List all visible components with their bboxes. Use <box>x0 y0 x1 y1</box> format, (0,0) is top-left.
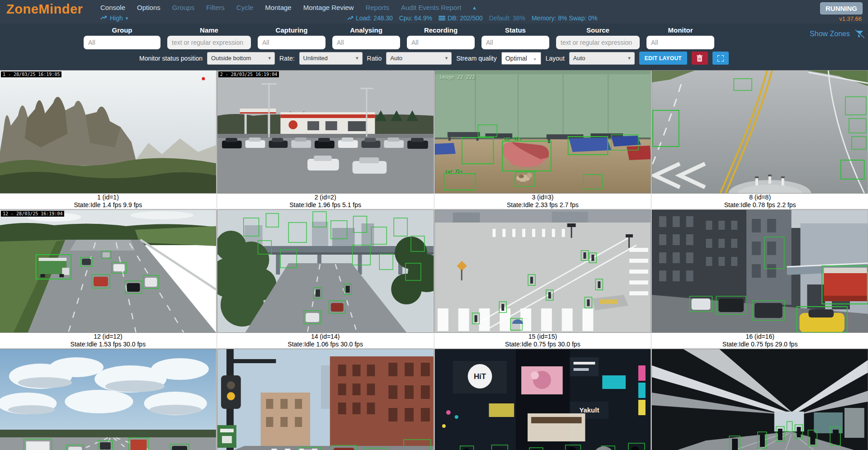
filter-group-label: Group <box>112 26 132 34</box>
filter-recording: Recording <box>407 26 475 49</box>
show-zones-link[interactable]: Show Zones <box>810 30 850 38</box>
filter-recording-input[interactable] <box>407 36 475 49</box>
fullscreen-button[interactable] <box>712 52 729 65</box>
layout-select[interactable]: Auto ▾ <box>569 52 635 65</box>
scene-parking-lot <box>217 71 434 193</box>
filter-columns: Group Name Capturing Analysing Recording… <box>84 26 714 49</box>
monitor-feed-row3-3[interactable]: HiT Yakult <box>435 349 651 450</box>
monitor-state: State:Idle 1.96 fps 5.1 fps <box>217 201 434 208</box>
nav-console[interactable]: Console <box>100 4 125 11</box>
ratio-label: Ratio <box>367 55 382 62</box>
monitor-label-1[interactable]: 1 (id=1) State:Idle 1.4 fps 9.9 fps <box>0 193 216 208</box>
db-status[interactable]: DB: 202/500 <box>439 14 483 22</box>
caret-down-icon: ⌄ <box>533 55 537 61</box>
monitor-label-14[interactable]: 14 (id=14) State:Idle 1.06 fps 30.0 fps <box>217 332 434 348</box>
bandwidth-selector[interactable]: High ▾ <box>100 14 128 22</box>
monitor-cell-15: 15 (id=15) State:Idle 0.75 fps 30.0 fps <box>435 210 651 348</box>
trend-up-icon <box>347 15 354 21</box>
main-menu: Console Options Groups Filters Cycle Mon… <box>100 4 476 11</box>
monitor-feed-row3-4[interactable] <box>652 349 868 450</box>
nav-audit-events-report[interactable]: Audit Events Report <box>401 4 461 11</box>
monitor-feed-8[interactable] <box>652 71 868 193</box>
timestamp-overlay: 2 - 28/03/25 16:19:04 <box>218 71 279 77</box>
filter-capturing: Capturing <box>258 26 326 49</box>
nav-cycle[interactable]: Cycle <box>236 4 254 11</box>
monitor-cell-2: 2 - 28/03/25 16:19:04 2 (id=2) State:Idl… <box>217 71 434 208</box>
monitor-state: State:Idle 0.75 fps 29.0 fps <box>652 341 868 348</box>
db-text: DB: 202/500 <box>448 14 483 22</box>
filter-name-input[interactable] <box>167 36 251 49</box>
filter-monitor-input[interactable] <box>646 36 714 49</box>
filter-analysing-input[interactable] <box>332 36 400 49</box>
nav-filters[interactable]: Filters <box>206 4 225 11</box>
filter-source-input[interactable] <box>556 36 640 49</box>
load-text: Load: 248.30 <box>356 14 393 22</box>
monitor-name: 2 (id=2) <box>217 194 434 201</box>
rate-value: Unlimited <box>303 55 328 62</box>
caret-down-icon: ▾ <box>445 55 448 61</box>
monitor-label-15[interactable]: 15 (id=15) State:Idle 0.75 fps 30.0 fps <box>435 332 651 348</box>
filter-recording-label: Recording <box>424 26 458 34</box>
filter-monitor: Monitor <box>646 26 714 49</box>
caret-down-icon: ▾ <box>628 55 631 61</box>
monitor-feed-row3-2[interactable] <box>217 349 434 450</box>
daemon-state-button[interactable]: RUNNING <box>820 2 863 14</box>
nav-options[interactable]: Options <box>137 4 160 11</box>
monitor-state: State:Idle 1.53 fps 30.0 fps <box>0 341 216 348</box>
montage-grid: 1 - 28/03/25 16:19:05 1 (id=1) State:Idl… <box>0 71 868 450</box>
nav-montage[interactable]: Montage <box>265 4 291 11</box>
nav-groups[interactable]: Groups <box>172 4 194 11</box>
ratio-select[interactable]: Auto ▾ <box>386 52 452 65</box>
nav-montage-review[interactable]: Montage Review <box>303 4 354 11</box>
hide-filter-funnel-icon[interactable] <box>854 29 864 39</box>
monitor-feed-16[interactable] <box>652 210 868 332</box>
filter-group-input[interactable] <box>84 36 160 49</box>
scene-highway <box>0 210 216 332</box>
filter-source-label: Source <box>586 26 609 34</box>
monitor-label-12[interactable]: 12 (id=12) State:Idle 1.53 fps 30.0 fps <box>0 332 216 348</box>
monitor-feed-1[interactable]: 1 - 28/03/25 16:19:05 <box>0 71 216 193</box>
status-position-select[interactable]: Outside bottom ▾ <box>207 52 275 65</box>
monitor-name: 15 (id=15) <box>435 333 651 341</box>
monitor-feed-2[interactable]: 2 - 28/03/25 16:19:04 <box>217 71 434 193</box>
nav-reports[interactable]: Reports <box>365 4 389 11</box>
filter-capturing-input[interactable] <box>258 36 326 49</box>
filter-name: Name <box>167 26 251 49</box>
monitor-state: State:Idle 0.78 fps 2.2 fps <box>652 201 868 208</box>
stream-quality-label: Stream quality <box>456 55 496 62</box>
montage-toolbar: Monitor status position Outside bottom ▾… <box>0 52 868 65</box>
trash-icon <box>697 55 703 62</box>
filter-status-input[interactable] <box>481 36 549 49</box>
monitor-state: State:Idle 0.75 fps 30.0 fps <box>435 341 651 348</box>
collapse-header-icon[interactable]: ▴ <box>473 4 476 11</box>
default-text: Default: 38% <box>489 14 525 22</box>
status-position-label: Monitor status position <box>139 55 203 62</box>
monitor-label-16[interactable]: 16 (id=16) State:Idle 0.75 fps 29.0 fps <box>652 332 868 348</box>
monitor-label-8[interactable]: 8 (id=8) State:Idle 0.78 fps 2.2 fps <box>652 193 868 208</box>
monitor-label-2[interactable]: 2 (id=2) State:Idle 1.96 fps 5.1 fps <box>217 193 434 208</box>
scene-warehouse <box>435 71 651 193</box>
monitor-feed-15[interactable] <box>435 210 651 332</box>
monitor-cell-row3-2 <box>217 349 434 450</box>
version-label[interactable]: v1.37.66 <box>839 15 862 22</box>
monitor-feed-row3-1[interactable] <box>0 349 216 450</box>
system-status-bar: Load: 248.30 Cpu: 64.9% DB: 202/500 Defa… <box>347 14 597 22</box>
top-navbar: ZoneMinder Console Options Groups Filter… <box>0 0 868 24</box>
app-logo[interactable]: ZoneMinder <box>6 2 83 17</box>
filter-status-label: Status <box>505 26 526 34</box>
edit-layout-button[interactable]: EDIT LAYOUT <box>639 52 687 65</box>
rate-select[interactable]: Unlimited ▾ <box>299 52 363 65</box>
monitor-feed-12[interactable]: 12 - 28/03/25 16:19:04 <box>0 210 216 332</box>
monitor-feed-3[interactable]: image 22 222 car 91% car 75% <box>435 71 651 193</box>
cpu-status[interactable]: Cpu: 64.9% <box>399 14 432 22</box>
default-status[interactable]: Default: 38% <box>489 14 525 22</box>
filter-analysing: Analysing <box>332 26 400 49</box>
delete-layout-button[interactable] <box>692 52 708 65</box>
monitor-cell-16: 16 (id=16) State:Idle 0.75 fps 29.0 fps <box>652 210 868 348</box>
monitor-feed-14[interactable] <box>217 210 434 332</box>
load-status[interactable]: Load: 248.30 <box>347 14 393 22</box>
monitor-label-3[interactable]: 3 (id=3) State:Idle 2.33 fps 2.7 fps <box>435 193 651 208</box>
caret-down-icon: ▾ <box>356 55 359 61</box>
stream-quality-select[interactable]: Optimal ⌄ <box>501 52 541 65</box>
rate-label: Rate: <box>279 55 294 62</box>
